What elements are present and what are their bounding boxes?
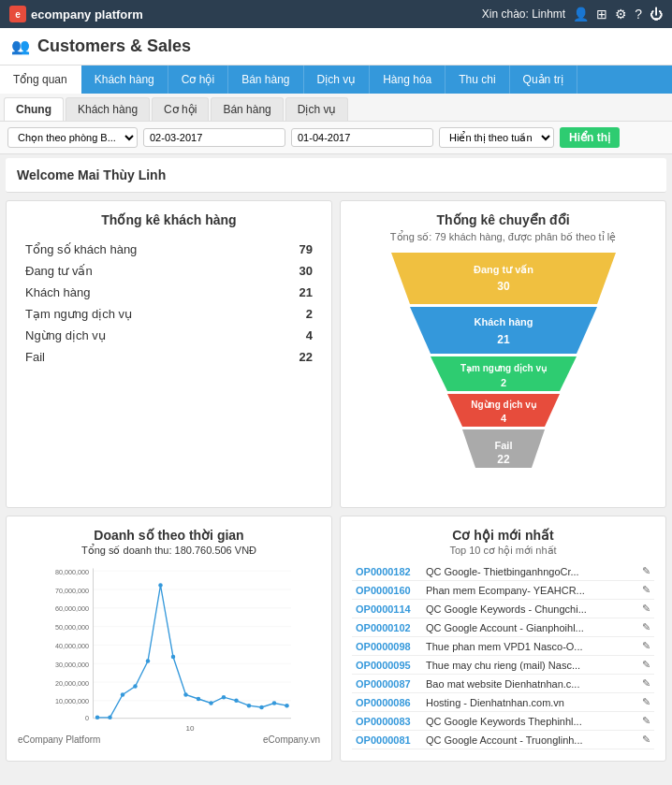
svg-text:40,000,000: 40,000,000 <box>55 642 89 650</box>
logout-icon[interactable]: ⏻ <box>650 7 663 22</box>
opp-row-9: OP0000081 QC Google Account - Truonglinh… <box>352 731 654 749</box>
opp-name-4: Thue phan mem VPD1 Nasco-O... <box>422 637 638 656</box>
brand-area: e ecompany platform <box>9 6 143 22</box>
stat-label-3: Tạm ngưng dịch vụ <box>25 307 132 321</box>
svg-point-37 <box>133 684 138 689</box>
opp-name-1: Phan mem Ecompany- YEAHCR... <box>422 581 638 600</box>
svg-text:70,000,000: 70,000,000 <box>55 587 89 595</box>
svg-text:50,000,000: 50,000,000 <box>55 623 89 632</box>
revenue-subtitle: Tổng số doanh thu: 180.760.506 VNĐ <box>18 545 320 557</box>
chart-footer-left: eCompany Platform <box>18 734 100 745</box>
funnel-svg: Đang tư vấn 30 Khách hàng 21 Tạm ngưng d… <box>382 253 625 496</box>
opp-edit-icon-2[interactable]: ✎ <box>638 600 654 618</box>
show-button[interactable]: Hiển thị <box>560 127 620 148</box>
nav-tab-quantri[interactable]: Quản trị <box>510 65 577 94</box>
sub-tab-banhang[interactable]: Bán hàng <box>211 97 283 121</box>
opp-row-2: OP0000114 QC Google Keywords - Chungchi.… <box>352 600 654 618</box>
funnel-container: Đang tư vấn 30 Khách hàng 21 Tạm ngưng d… <box>352 253 654 496</box>
settings-icon[interactable]: ⚙ <box>615 7 627 22</box>
opp-edit-icon-1[interactable]: ✎ <box>638 581 654 600</box>
customer-stats-card: Thống kê khách hàng Tổng số khách hàng 7… <box>6 200 332 508</box>
svg-text:22: 22 <box>497 453 510 466</box>
opp-table: OP0000182 QC Google- ThietbinganhngoCr..… <box>352 562 654 749</box>
svg-text:20,000,000: 20,000,000 <box>55 679 89 688</box>
opp-name-3: QC Google Account - Gianphoihl... <box>422 618 638 637</box>
opp-id-6[interactable]: OP0000087 <box>352 675 422 693</box>
opp-id-7[interactable]: OP0000086 <box>352 693 422 712</box>
sub-tab-dichvu[interactable]: Dịch vụ <box>285 97 349 121</box>
svg-text:Tạm ngưng dịch vụ: Tạm ngưng dịch vụ <box>460 363 546 373</box>
user-area: Xin chào: Linhmt 👤 ⊞ ⚙ ? ⏻ <box>482 7 663 22</box>
opp-row-7: OP0000086 Hosting - Dienhatnhan.com.vn ✎ <box>352 693 654 712</box>
svg-point-42 <box>197 697 201 702</box>
svg-point-45 <box>234 699 239 704</box>
stat-value-4: 4 <box>306 328 313 342</box>
nav-tab-hanghoa[interactable]: Hàng hóa <box>370 65 446 94</box>
svg-text:Ngừng dịch vụ: Ngừng dịch vụ <box>471 400 535 410</box>
svg-marker-3 <box>410 307 597 354</box>
opp-edit-icon-5[interactable]: ✎ <box>638 656 654 675</box>
display-by-select[interactable]: Hiển thị theo tuần <box>439 127 554 148</box>
nav-tab-khachhang[interactable]: Khách hàng <box>81 65 168 94</box>
greeting-text: Xin chào: Linhmt <box>482 7 565 21</box>
apps-icon[interactable]: ⊞ <box>596 7 607 22</box>
opp-row-6: OP0000087 Bao mat website Dienhatnhan.c.… <box>352 675 654 693</box>
sub-tab-cohoi[interactable]: Cơ hội <box>152 97 209 121</box>
opp-name-8: QC Google Keywords Thephinhl... <box>422 712 638 731</box>
sub-tab-chung[interactable]: Chung <box>4 97 64 121</box>
opp-edit-icon-9[interactable]: ✎ <box>638 731 654 749</box>
stat-label-4: Ngừng dịch vụ <box>25 328 106 342</box>
opp-name-9: QC Google Account - Truonglinh... <box>422 731 638 749</box>
svg-point-41 <box>183 692 188 697</box>
customers-sales-icon: 👥 <box>11 37 30 55</box>
opp-edit-icon-4[interactable]: ✎ <box>638 637 654 656</box>
welcome-text: Welcome Mai Thùy Linh <box>17 167 166 182</box>
svg-point-34 <box>95 716 100 720</box>
nav-tab-dichvu[interactable]: Dịch vụ <box>304 65 371 94</box>
opp-name-5: Thue may chu rieng (mail) Nasc... <box>422 656 638 675</box>
stat-value-2: 21 <box>299 285 313 299</box>
opp-row-1: OP0000160 Phan mem Ecompany- YEAHCR... ✎ <box>352 581 654 600</box>
nav-tab-tongguan[interactable]: Tổng quan <box>0 65 81 94</box>
opp-edit-icon-6[interactable]: ✎ <box>638 675 654 693</box>
opp-edit-icon-7[interactable]: ✎ <box>638 693 654 712</box>
nav-tab-thuchi[interactable]: Thu chi <box>446 65 509 94</box>
svg-text:80,000,000: 80,000,000 <box>55 568 89 576</box>
group-by-select[interactable]: Chọn theo phòng B... <box>7 127 138 148</box>
opp-id-9[interactable]: OP0000081 <box>352 731 422 749</box>
opp-id-1[interactable]: OP0000160 <box>352 581 422 600</box>
row-revenue-opportunities: Doanh số theo thời gian Tổng số doanh th… <box>6 516 666 762</box>
opp-id-8[interactable]: OP0000083 <box>352 712 422 731</box>
revenue-title: Doanh số theo thời gian <box>18 528 320 543</box>
user-icon[interactable]: 👤 <box>573 7 589 22</box>
opp-id-3[interactable]: OP0000102 <box>352 618 422 637</box>
opp-name-0: QC Google- ThietbinganhngoCr... <box>422 562 638 581</box>
opp-id-5[interactable]: OP0000095 <box>352 656 422 675</box>
opp-edit-icon-3[interactable]: ✎ <box>638 618 654 637</box>
sub-nav: Chung Khách hàng Cơ hội Bán hàng Dịch vụ <box>0 94 672 122</box>
nav-tab-banhang[interactable]: Bán hàng <box>228 65 303 94</box>
main-content: Thống kê khách hàng Tổng số khách hàng 7… <box>0 196 672 765</box>
date-to-input[interactable] <box>291 128 433 147</box>
opp-id-2[interactable]: OP0000114 <box>352 600 422 618</box>
svg-text:60,000,000: 60,000,000 <box>55 604 89 613</box>
opp-id-0[interactable]: OP0000182 <box>352 562 422 581</box>
stat-label-0: Tổng số khách hàng <box>25 242 137 256</box>
date-from-input[interactable] <box>143 128 285 147</box>
brand-label: ecompany platform <box>31 7 143 22</box>
sub-tab-khachhang[interactable]: Khách hàng <box>66 97 150 121</box>
opp-edit-icon-8[interactable]: ✎ <box>638 712 654 731</box>
svg-text:4: 4 <box>500 413 506 424</box>
nav-tab-cohoi[interactable]: Cơ hội <box>168 65 228 94</box>
customer-stats-title: Thống kê khách hàng <box>18 212 320 227</box>
page-title-bar: 👥 Customers & Sales <box>0 28 672 65</box>
opp-edit-icon-0[interactable]: ✎ <box>638 562 654 581</box>
stat-value-5: 22 <box>299 350 313 364</box>
svg-text:2: 2 <box>500 377 505 388</box>
help-icon[interactable]: ? <box>635 7 642 22</box>
opp-row-4: OP0000098 Thue phan mem VPD1 Nasco-O... … <box>352 637 654 656</box>
svg-text:30: 30 <box>497 280 510 293</box>
opp-id-4[interactable]: OP0000098 <box>352 637 422 656</box>
svg-point-38 <box>146 659 151 663</box>
opp-name-6: Bao mat website Dienhatnhan.c... <box>422 675 638 693</box>
